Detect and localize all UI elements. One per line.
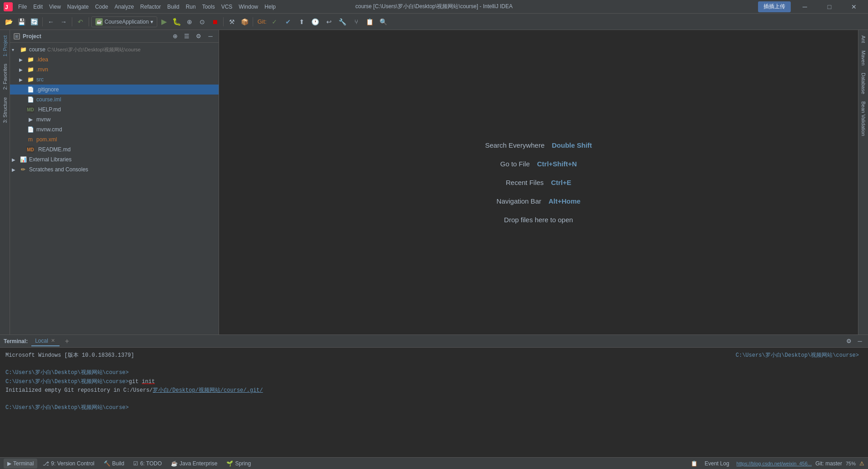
- close-button[interactable]: ✕: [843, 2, 864, 12]
- bottom-right-area: 📋 Event Log https://blog.csdn.net/weixin…: [691, 459, 864, 469]
- synchronize-button[interactable]: 🔄: [28, 16, 40, 28]
- forward-button[interactable]: →: [58, 16, 70, 28]
- right-tab-ant[interactable]: Ant: [859, 32, 868, 47]
- debug-button[interactable]: 🐛: [171, 16, 183, 28]
- run-button[interactable]: ▶: [158, 16, 170, 28]
- menu-edit[interactable]: Edit: [30, 2, 45, 11]
- terminal-add-tab[interactable]: +: [63, 337, 71, 345]
- undo-button[interactable]: ↶: [75, 16, 86, 28]
- panel-settings-button[interactable]: ⚙: [194, 32, 203, 41]
- terminal-git-command: git: [129, 379, 142, 385]
- terminal-minimize-button[interactable]: ─: [855, 337, 864, 346]
- right-tab-bean[interactable]: Bean Validation: [859, 98, 868, 140]
- sidebar-item-project[interactable]: 1: Project: [1, 32, 9, 60]
- git-push-button[interactable]: ⬆: [296, 16, 308, 28]
- bottom-tab-todo[interactable]: ☑ 6: TODO: [130, 459, 165, 469]
- run-with-coverage-button[interactable]: ⊕: [184, 16, 195, 28]
- stop-button[interactable]: ⏹: [209, 16, 221, 28]
- menu-help[interactable]: Help: [262, 2, 279, 11]
- sidebar-item-favorites[interactable]: 2: Favorites: [1, 60, 9, 93]
- tree-mvn[interactable]: ▶ 📁 .mvn: [10, 65, 219, 75]
- title-bar: J File Edit View Navigate Code Analyze R…: [0, 0, 868, 14]
- tree-mvnw-cmd[interactable]: 📄 mvnw.cmd: [10, 125, 219, 135]
- tree-src[interactable]: ▶ 📁 src: [10, 75, 219, 85]
- build-artifact-button[interactable]: 📦: [239, 16, 250, 28]
- recent-files-text: Recent Files: [506, 179, 544, 186]
- bottom-tab-build[interactable]: 🔨 Build: [100, 459, 128, 469]
- todo-label: 6: TODO: [140, 460, 162, 467]
- maximize-button[interactable]: □: [819, 2, 840, 12]
- separator-4: [223, 17, 224, 26]
- bottom-tab-spring[interactable]: 🌱 Spring: [223, 459, 254, 469]
- mvn-label: .mvn: [36, 66, 48, 73]
- menu-analyze[interactable]: Analyze: [112, 2, 137, 11]
- build-icon: 🔨: [104, 460, 110, 467]
- git-branch-button[interactable]: ⑂: [350, 16, 362, 28]
- mvn-icon: 📁: [26, 66, 35, 73]
- mvnw-icon: ▶: [26, 116, 35, 123]
- terminal-panel: Terminal: Local ✕ + ⚙ ─ Microsoft Window…: [0, 334, 868, 457]
- readme-icon: MD: [26, 146, 35, 153]
- search-everywhere-button[interactable]: 🔍: [378, 16, 389, 28]
- terminal-tab-local[interactable]: Local ✕: [31, 336, 60, 346]
- menu-window[interactable]: Window: [236, 2, 261, 11]
- event-log-button[interactable]: Event Log: [701, 459, 733, 469]
- git-section: Git: ✓ ✔ ⬆ 🕐 ↩ 🔧 ⑂ 📋 🔍: [257, 16, 389, 28]
- menu-vcs[interactable]: VCS: [219, 2, 235, 11]
- git-history-button[interactable]: 🕐: [309, 16, 321, 28]
- status-url[interactable]: https://blog.csdn.net/weixin_456...: [737, 461, 812, 466]
- git-annotate-button[interactable]: 📋: [364, 16, 376, 28]
- panel-locate-button[interactable]: ⊕: [170, 32, 180, 41]
- git-rollback-button[interactable]: ↩: [323, 16, 335, 28]
- upload-button[interactable]: 插插上传: [758, 1, 791, 12]
- menu-navigate[interactable]: Navigate: [65, 2, 91, 11]
- build-project-button[interactable]: ⚒: [226, 16, 238, 28]
- git-update-button[interactable]: ✓: [269, 16, 280, 28]
- panel-expand-button[interactable]: ☰: [182, 32, 191, 41]
- tree-readme[interactable]: MD README.md: [10, 145, 219, 155]
- menu-build[interactable]: Build: [165, 2, 182, 11]
- menu-file[interactable]: File: [15, 2, 30, 11]
- tree-root[interactable]: ▾ 📁 course C:\Users\罗小白\Desktop\视频网站\cou…: [10, 45, 219, 55]
- terminal-bottom-label: Terminal: [13, 460, 34, 467]
- git-commit-button[interactable]: ✔: [282, 16, 294, 28]
- menu-view[interactable]: View: [46, 2, 64, 11]
- project-panel-title: Project: [23, 33, 168, 40]
- tree-external-libs[interactable]: ▶ 📊 External Libraries: [10, 155, 219, 165]
- run-config-selector[interactable]: ☕ CourseApplication ▾: [91, 16, 157, 27]
- terminal-prompt-final: C:\Users\罗小白\Desktop\视频网站\course>: [5, 404, 129, 411]
- panel-close-button[interactable]: ─: [206, 32, 215, 41]
- save-button[interactable]: 💾: [15, 16, 27, 28]
- tree-idea[interactable]: ▶ 📁 .idea: [10, 55, 219, 65]
- minimize-button[interactable]: ─: [794, 2, 815, 12]
- root-arrow: ▾: [12, 47, 19, 52]
- tree-gitignore[interactable]: 📄 .gitignore: [10, 85, 219, 95]
- bottom-tab-java-enterprise[interactable]: ☕ Java Enterprise: [167, 459, 221, 469]
- menu-run[interactable]: Run: [183, 2, 199, 11]
- menu-bar: File Edit View Navigate Code Analyze Ref…: [15, 2, 279, 11]
- menu-tools[interactable]: Tools: [200, 2, 218, 11]
- menu-refactor[interactable]: Refactor: [138, 2, 164, 11]
- tree-mvnw[interactable]: ▶ mvnw: [10, 115, 219, 125]
- run-config-dropdown: ▾: [150, 19, 153, 25]
- src-arrow: ▶: [19, 77, 26, 82]
- git-wrench-button[interactable]: 🔧: [337, 16, 349, 28]
- menu-code[interactable]: Code: [92, 2, 111, 11]
- terminal-content[interactable]: Microsoft Windows [版本 10.0.18363.1379] C…: [0, 348, 868, 457]
- terminal-tab-close[interactable]: ✕: [50, 338, 56, 344]
- terminal-settings-button[interactable]: ⚙: [844, 337, 853, 346]
- tree-iml[interactable]: 📄 course.iml: [10, 95, 219, 105]
- tree-pom[interactable]: m pom.xml: [10, 135, 219, 145]
- readme-label: README.md: [38, 146, 70, 153]
- sidebar-item-structure[interactable]: 3: Structure: [1, 94, 9, 127]
- tree-scratches[interactable]: ▶ ✏ Scratches and Consoles: [10, 165, 219, 175]
- profile-button[interactable]: ⊙: [196, 16, 208, 28]
- bottom-tab-terminal[interactable]: ▶ Terminal: [4, 459, 37, 469]
- scratch-icon: ✏: [19, 166, 27, 173]
- tree-help[interactable]: MD HELP.md: [10, 105, 219, 115]
- right-tab-database[interactable]: Database: [859, 69, 868, 98]
- back-button[interactable]: ←: [45, 16, 57, 28]
- open-folder-button[interactable]: 📂: [3, 16, 15, 28]
- bottom-tab-version-control[interactable]: ⎇ 9: Version Control: [39, 459, 98, 469]
- right-tab-maven[interactable]: Maven: [859, 47, 868, 69]
